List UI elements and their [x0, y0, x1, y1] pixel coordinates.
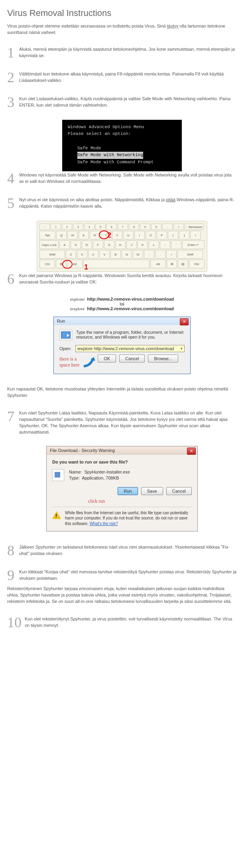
intro-text: Virus poisto-ohjeet olemme esitetään seu… — [7, 23, 237, 36]
key: Shift — [39, 250, 65, 259]
dos-line1: Windows Advanced Options Menu — [68, 124, 176, 131]
key: V — [99, 250, 110, 259]
key: 4 — [84, 224, 94, 230]
key: ▤ — [178, 260, 188, 268]
s5u: pitää — [166, 197, 175, 202]
key: 9 — [140, 224, 150, 230]
arrow-icon — [82, 356, 98, 368]
key: 5 — [95, 224, 106, 230]
step-3: 3 Kun olet Lisäasetukset-valikko, Käytä … — [7, 95, 237, 109]
step-number: 7 — [7, 409, 19, 436]
name-value: SpyHunter-Installer.exe — [85, 470, 130, 474]
key: S — [71, 240, 81, 249]
key: U — [123, 231, 134, 240]
key: E — [79, 231, 89, 240]
key: / — [166, 250, 177, 259]
warning-icon — [52, 510, 62, 520]
step-6: 6 Kun olet painanut Windows ja R-näppäin… — [7, 272, 237, 286]
key: . — [155, 250, 165, 259]
key: 8 — [129, 224, 139, 230]
dos-line2: Please select an option: — [68, 131, 176, 138]
step-number: 10 — [7, 615, 25, 630]
run-input[interactable]: iexplore http://www.2-remove-virus.com/d… — [75, 345, 185, 352]
para-9-extra: Rekisteröityminen Spyhunter tarjoaa erin… — [7, 586, 237, 605]
step-8: 8 Jälkeen Spyhunter on tarkistanut tieto… — [7, 543, 237, 558]
download-titlebar: File Download - Security Warning ✕ — [47, 446, 197, 455]
risk-link[interactable]: What's the risk? — [90, 521, 118, 526]
ok-button[interactable]: OK — [98, 355, 116, 363]
key: A — [59, 240, 70, 249]
key: \ — [190, 231, 201, 240]
key: R — [90, 231, 100, 240]
key: B — [110, 250, 121, 259]
step-1: 1 Aluksi, mennä eteenpäin ja käynnistä s… — [7, 46, 237, 60]
run-button[interactable]: Run — [118, 487, 138, 495]
key: P — [157, 231, 167, 240]
dos-opt-cmd: Safe Mode with Command Prompt — [77, 159, 176, 166]
key: [ — [168, 231, 178, 240]
key: Ctrl — [39, 260, 55, 268]
step-text: Kun olet rekisteröitynyt Spyhunter, ja v… — [25, 615, 237, 630]
key: ' — [171, 240, 181, 249]
mid-paragraph: Kun napsautat OK, tietokone muodostaa yh… — [7, 386, 237, 399]
marker-2: 2 — [107, 231, 111, 240]
step-number: 2 — [7, 70, 19, 85]
step-number: 1 — [7, 46, 19, 60]
key: 2 — [62, 224, 72, 230]
key: Alt — [150, 260, 166, 268]
step-number: 3 — [7, 95, 19, 109]
key: Q — [56, 231, 67, 240]
browse-button[interactable]: Browse... — [148, 355, 178, 363]
download-question: Do you want to run or save this file? — [52, 460, 192, 464]
warn-msg: While files from the Internet can be use… — [65, 511, 188, 526]
click-run-hint: click run — [88, 498, 192, 504]
key: W — [67, 231, 78, 240]
save-button[interactable]: Save — [141, 487, 163, 495]
close-icon[interactable]: ✕ — [187, 448, 196, 455]
type-value: Application, 708KB — [82, 476, 119, 480]
hint-l1: there is a — [59, 356, 79, 362]
step-text: Kun olet painanut Windows ja R-näppäintä… — [19, 272, 237, 286]
key: Tab — [39, 231, 55, 240]
run-description: Type the name of a program, folder, docu… — [76, 330, 185, 340]
key: Shift — [177, 250, 203, 259]
open-label: Open: — [59, 346, 71, 351]
step-text: Kun klikkaat "Korjaa uhat" olet menossa … — [19, 568, 237, 583]
key: 6 — [106, 224, 117, 230]
cancel-button[interactable]: Cancel — [119, 355, 145, 363]
step-10: 10 Kun olet rekisteröitynyt Spyhunter, j… — [7, 615, 237, 630]
step-number: 6 — [7, 272, 19, 286]
key: J — [126, 240, 137, 249]
cancel-button[interactable]: Cancel — [166, 487, 192, 495]
key: 0 — [151, 224, 161, 230]
keyboard-diagram: ~1234567890-=←Backspace TabQWERTYUIOP[]\… — [37, 221, 207, 272]
step-number: 8 — [7, 543, 19, 558]
key: 1 — [51, 224, 61, 230]
space-hint: there is a space here — [59, 356, 98, 368]
key: - — [162, 224, 173, 230]
step-text: Kun olet Lisäasetukset-valikko, Käytä nu… — [19, 95, 237, 109]
key: O — [146, 231, 156, 240]
run-input-value: iexplore http://www.2-remove-virus.com/d… — [77, 346, 174, 351]
step-text: Jälkeen Spyhunter on tarkistanut tietoko… — [19, 543, 237, 558]
download-dialog: File Download - Security Warning ✕ Do yo… — [46, 446, 198, 531]
key — [83, 260, 149, 268]
key: ⊞ — [167, 260, 177, 268]
key: Enter ↵ — [182, 240, 205, 249]
key: Caps Lock — [39, 240, 59, 249]
type-label: Type: — [69, 476, 80, 480]
warning-text: While files from the Internet can be use… — [65, 510, 192, 527]
key: M — [133, 250, 143, 259]
key: L — [149, 240, 159, 249]
step-text: Kun näet Spyhunter Lataa laatikko, Napsa… — [19, 409, 237, 436]
page-title: Virus Removal Instructions — [7, 8, 237, 18]
key: ] — [179, 231, 189, 240]
step-number: 9 — [7, 568, 19, 583]
key: H — [115, 240, 126, 249]
intro-underline: täytyy — [167, 24, 179, 28]
step-text: Nyt virus ei ole käynnissä on aika aloit… — [19, 196, 237, 210]
hint-l2: space here — [59, 362, 79, 368]
close-icon[interactable]: ✕ — [180, 318, 189, 325]
step-7: 7 Kun näet Spyhunter Lataa laatikko, Nap… — [7, 409, 237, 436]
run-titlebar: Run ✕ — [54, 317, 190, 325]
